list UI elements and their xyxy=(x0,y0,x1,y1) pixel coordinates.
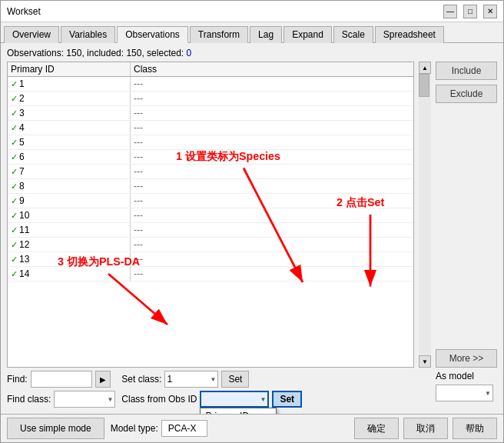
col-header-primary: Primary ID xyxy=(8,62,131,76)
find-class-arrow-icon: ▼ xyxy=(107,396,113,403)
table-row[interactable]: ✓14--- xyxy=(8,267,413,281)
set-class-button[interactable]: Set xyxy=(221,371,249,388)
set-obs-button[interactable]: Set xyxy=(272,391,302,408)
table-row[interactable]: ✓6--- xyxy=(8,150,413,165)
find-nav-button[interactable]: ▶ xyxy=(95,371,111,388)
table-row[interactable]: ✓7--- xyxy=(8,165,413,179)
workset-window: Workset — □ ✕ Overview Variables Observa… xyxy=(0,0,504,443)
check-icon: ✓ xyxy=(11,108,18,118)
find-label: Find: xyxy=(7,374,28,385)
obs-info-text: Observations: 150, included: 150, select… xyxy=(7,48,186,58)
help-button[interactable]: 帮助 xyxy=(453,418,497,439)
as-model-panel: As model ▼ xyxy=(436,371,497,401)
right-button-panel: Include Exclude More >> xyxy=(436,62,497,368)
check-icon: ✓ xyxy=(11,123,18,133)
dropdown-item-primary-id[interactable]: Primary ID xyxy=(201,408,276,414)
table-row[interactable]: ✓13--- xyxy=(8,252,413,267)
scroll-track[interactable] xyxy=(419,74,431,355)
scroll-up-button[interactable]: ▲ xyxy=(419,62,431,74)
confirm-button[interactable]: 确定 xyxy=(354,418,399,439)
tab-observations[interactable]: Observations xyxy=(117,26,188,43)
check-icon: ✓ xyxy=(11,269,18,279)
as-model-label: As model xyxy=(436,371,497,381)
title-controls: — □ ✕ xyxy=(443,5,497,18)
table-header: Primary ID Class xyxy=(8,62,413,77)
set-class-label: Set class: xyxy=(121,374,161,385)
footer-left: Use simple mode Model type: PCA-X xyxy=(7,418,207,439)
obs-selected-count: 0 xyxy=(186,48,191,58)
class-from-obs-label: Class from Obs ID xyxy=(121,394,197,405)
controls-right: Set class: 1 ▼ Set Class from Obs ID ▼ xyxy=(121,371,429,408)
main-section: Primary ID Class ✓1--- ✓2--- ✓3--- ✓4---… xyxy=(7,62,497,368)
table-row[interactable]: ✓11--- xyxy=(8,223,413,238)
table-row[interactable]: ✓3--- xyxy=(8,106,413,121)
set-class-dropdown[interactable]: 1 ▼ xyxy=(164,371,218,388)
exclude-button[interactable]: Exclude xyxy=(436,85,497,103)
cancel-button[interactable]: 取消 xyxy=(403,418,448,439)
find-class-label: Find class: xyxy=(7,394,51,405)
table-row[interactable]: ✓4--- xyxy=(8,121,413,135)
class-from-obs-arrow-icon: ▼ xyxy=(260,396,266,403)
tab-overview[interactable]: Overview xyxy=(4,26,59,43)
table-row[interactable]: ✓9--- xyxy=(8,194,413,208)
tab-expand[interactable]: Expand xyxy=(284,26,332,43)
set-class-arrow-icon: ▼ xyxy=(210,376,216,383)
include-button[interactable]: Include xyxy=(436,62,497,80)
check-icon: ✓ xyxy=(11,182,18,192)
table-row[interactable]: ✓10--- xyxy=(8,208,413,223)
model-type-area: Model type: PCA-X xyxy=(111,420,207,437)
title-bar: Workset — □ ✕ xyxy=(1,1,503,22)
nav-arrow-icon: ▶ xyxy=(100,375,106,384)
table-row[interactable]: ✓1--- xyxy=(8,77,413,92)
col-header-class: Class xyxy=(131,62,413,76)
set-class-value: 1 xyxy=(167,374,172,385)
check-icon: ✓ xyxy=(11,240,18,250)
use-simple-mode-button[interactable]: Use simple mode xyxy=(7,418,104,439)
model-type-label: Model type: xyxy=(111,423,158,434)
as-model-arrow-icon: ▼ xyxy=(485,390,491,397)
tab-lag[interactable]: Lag xyxy=(250,26,282,43)
check-icon: ✓ xyxy=(11,167,18,177)
check-icon: ✓ xyxy=(11,211,18,221)
footer-right: 确定 取消 帮助 xyxy=(354,418,497,439)
as-model-dropdown[interactable]: ▼ xyxy=(436,385,493,401)
close-button[interactable]: ✕ xyxy=(483,5,497,18)
scroll-thumb[interactable] xyxy=(419,74,429,97)
table-row[interactable]: ✓8--- xyxy=(8,179,413,194)
minimize-button[interactable]: — xyxy=(443,5,457,18)
controls-left: Find: ▶ Find class: ▼ xyxy=(7,371,115,408)
more-button[interactable]: More >> xyxy=(436,349,497,368)
check-icon: ✓ xyxy=(11,94,18,104)
table-body[interactable]: ✓1--- ✓2--- ✓3--- ✓4--- ✓5--- ✓6--- ✓7--… xyxy=(8,77,413,367)
table-scrollbar[interactable]: ▲ ▼ xyxy=(419,62,431,368)
tab-scale[interactable]: Scale xyxy=(333,26,373,43)
maximize-button[interactable]: □ xyxy=(463,5,477,18)
table-row[interactable]: ✓2--- xyxy=(8,92,413,106)
class-from-obs-popup: Primary ID Species xyxy=(200,408,277,414)
observations-table: Primary ID Class ✓1--- ✓2--- ✓3--- ✓4---… xyxy=(7,62,414,368)
table-row[interactable]: ✓12--- xyxy=(8,238,413,252)
check-icon: ✓ xyxy=(11,225,18,235)
check-icon: ✓ xyxy=(11,79,18,89)
tab-transform[interactable]: Transform xyxy=(190,26,248,43)
tab-bar: Overview Variables Observations Transfor… xyxy=(1,22,503,43)
content-area: Observations: 150, included: 150, select… xyxy=(1,43,503,414)
bottom-controls: Find: ▶ Find class: ▼ Set clas xyxy=(7,368,497,409)
model-type-value: PCA-X xyxy=(161,420,207,437)
table-row[interactable]: ✓5--- xyxy=(8,135,413,150)
obs-info: Observations: 150, included: 150, select… xyxy=(7,48,497,58)
find-class-dropdown[interactable]: ▼ xyxy=(54,391,115,408)
class-from-obs-dropdown-container: ▼ Primary ID Species xyxy=(200,391,269,408)
table-right-area: Primary ID Class ✓1--- ✓2--- ✓3--- ✓4---… xyxy=(7,62,497,368)
tab-spreadsheet[interactable]: Spreadsheet xyxy=(375,26,444,43)
check-icon: ✓ xyxy=(11,138,18,148)
find-input[interactable] xyxy=(31,371,92,388)
check-icon: ✓ xyxy=(11,196,18,206)
footer-bar: Use simple mode Model type: PCA-X 确定 取消 … xyxy=(1,414,503,442)
check-icon: ✓ xyxy=(11,152,18,162)
window-title: Workset xyxy=(7,6,41,17)
check-icon: ✓ xyxy=(11,255,18,265)
tab-variables[interactable]: Variables xyxy=(61,26,115,43)
class-from-obs-dropdown[interactable]: ▼ xyxy=(200,391,269,408)
scroll-down-button[interactable]: ▼ xyxy=(419,355,431,368)
